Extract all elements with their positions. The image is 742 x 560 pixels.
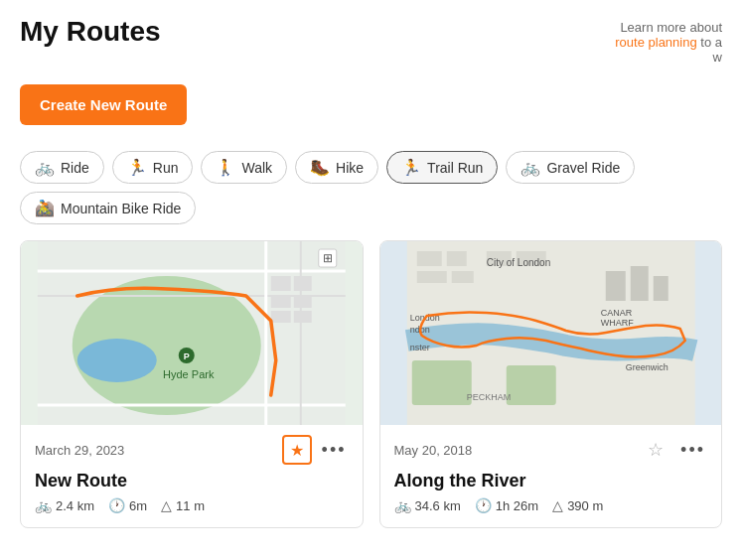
svg-rect-31 — [506, 365, 555, 405]
bike-icon-2: 🚲 — [394, 497, 411, 513]
route-stats-new-route: 🚲 2.4 km 🕐 6m △ 11 m — [35, 497, 349, 513]
tab-hike[interactable]: 🥾 Hike — [295, 151, 378, 184]
gravel-ride-icon: 🚲 — [520, 158, 540, 177]
tab-walk-label: Walk — [241, 160, 272, 176]
trail-run-icon: 🏃 — [401, 158, 421, 177]
tab-mountain-bike-ride[interactable]: 🚵 Mountain Bike Ride — [20, 192, 196, 224]
svg-rect-13 — [294, 311, 312, 323]
duration-value-new-route: 6m — [129, 498, 147, 513]
tab-run-label: Run — [153, 160, 179, 176]
svg-text:PECKHAM: PECKHAM — [466, 392, 511, 402]
tab-hike-label: Hike — [336, 160, 364, 176]
route-meta-row: March 29, 2023 ★ ••• — [35, 435, 349, 465]
page-title: My Routes — [20, 16, 161, 48]
svg-rect-28 — [630, 266, 648, 301]
svg-point-2 — [77, 339, 157, 382]
svg-rect-21 — [416, 251, 441, 266]
elevation-icon: △ — [161, 497, 172, 513]
star-button-along-the-river[interactable]: ☆ — [641, 435, 670, 465]
stat-distance-along-the-river: 🚲 34.6 km — [394, 497, 461, 513]
filter-tabs: 🚲 Ride 🏃 Run 🚶 Walk 🥾 Hike 🏃 Trail Run 🚲… — [0, 141, 742, 240]
svg-rect-24 — [451, 271, 473, 283]
tab-ride[interactable]: 🚲 Ride — [20, 151, 104, 184]
star-button-new-route[interactable]: ★ — [282, 435, 312, 465]
clock-icon-2: 🕐 — [475, 497, 492, 513]
routes-grid: P Hyde Park ⊞ March 29, 2023 ★ ••• New R… — [0, 240, 742, 548]
svg-rect-23 — [416, 271, 446, 283]
route-info-along-the-river: May 20, 2018 ☆ ••• Along the River 🚲 34.… — [380, 425, 722, 527]
svg-text:nster: nster — [409, 343, 429, 352]
route-name-along-the-river: Along the River — [394, 471, 708, 491]
svg-rect-30 — [411, 360, 471, 405]
svg-rect-27 — [605, 271, 625, 301]
create-new-route-button[interactable]: Create New Route — [20, 84, 187, 125]
learn-more-suffix: to a w — [700, 35, 722, 65]
mountain-bike-icon: 🚵 — [35, 199, 55, 217]
bike-icon: 🚲 — [35, 497, 52, 513]
svg-rect-22 — [446, 251, 466, 266]
tab-mountain-bike-ride-label: Mountain Bike Ride — [61, 201, 181, 216]
tab-gravel-ride[interactable]: 🚲 Gravel Ride — [506, 151, 635, 184]
tab-trail-run-label: Trail Run — [427, 160, 483, 176]
route-info-new-route: March 29, 2023 ★ ••• New Route 🚲 2.4 km … — [21, 425, 363, 527]
svg-text:CANAR: CANAR — [600, 308, 632, 318]
tab-run[interactable]: 🏃 Run — [112, 151, 194, 184]
route-card-along-the-river: City of London London ndon nster CANAR W… — [379, 240, 723, 528]
stat-elevation-new-route: △ 11 m — [161, 497, 205, 513]
hike-icon: 🥾 — [310, 158, 330, 177]
more-menu-new-route[interactable]: ••• — [320, 440, 349, 461]
svg-rect-8 — [271, 276, 291, 291]
stat-distance-new-route: 🚲 2.4 km — [35, 497, 94, 513]
tab-trail-run[interactable]: 🏃 Trail Run — [386, 151, 498, 184]
route-map-london: City of London London ndon nster CANAR W… — [380, 241, 722, 425]
svg-text:⊞: ⊞ — [323, 251, 333, 265]
more-menu-along-the-river[interactable]: ••• — [678, 440, 707, 461]
header-left: My Routes — [20, 16, 161, 48]
page-header: My Routes Learn more about route plannin… — [0, 0, 742, 74]
route-date-new-route: March 29, 2023 — [35, 443, 124, 458]
distance-value-new-route: 2.4 km — [56, 498, 94, 513]
tab-ride-label: Ride — [61, 160, 89, 176]
stat-duration-new-route: 🕐 6m — [108, 497, 147, 513]
stat-duration-along-the-river: 🕐 1h 26m — [475, 497, 538, 513]
route-actions-along-the-river: ☆ ••• — [641, 435, 707, 465]
svg-text:Hyde Park: Hyde Park — [163, 368, 215, 380]
svg-rect-12 — [271, 311, 291, 323]
route-date-along-the-river: May 20, 2018 — [394, 443, 473, 458]
tab-walk[interactable]: 🚶 Walk — [201, 151, 287, 184]
route-planning-link[interactable]: route planning — [615, 35, 696, 50]
stat-elevation-along-the-river: △ 390 m — [552, 497, 603, 513]
elevation-value-new-route: 11 m — [176, 498, 205, 513]
svg-rect-9 — [294, 276, 312, 291]
distance-value-along-the-river: 34.6 km — [415, 498, 461, 513]
duration-value-along-the-river: 1h 26m — [496, 498, 538, 513]
ride-icon: 🚲 — [35, 158, 55, 177]
svg-text:Greenwich: Greenwich — [625, 362, 668, 372]
svg-text:City of London: City of London — [486, 257, 550, 268]
route-meta-row-2: May 20, 2018 ☆ ••• — [394, 435, 708, 465]
route-map-hyde: P Hyde Park ⊞ — [21, 241, 363, 425]
run-icon: 🏃 — [127, 158, 147, 177]
route-actions-new-route: ★ ••• — [282, 435, 349, 465]
svg-text:WHARF: WHARF — [600, 318, 633, 328]
svg-text:P: P — [184, 351, 190, 361]
elevation-value-along-the-river: 390 m — [567, 498, 603, 513]
svg-rect-29 — [653, 276, 668, 301]
create-btn-area: Create New Route — [0, 74, 742, 141]
route-card-new-route: P Hyde Park ⊞ March 29, 2023 ★ ••• New R… — [20, 240, 364, 528]
svg-rect-11 — [294, 296, 312, 308]
route-name-new-route: New Route — [35, 471, 349, 491]
svg-rect-10 — [271, 296, 291, 308]
elevation-icon-2: △ — [552, 497, 563, 513]
tab-gravel-ride-label: Gravel Ride — [546, 160, 620, 176]
walk-icon: 🚶 — [216, 158, 235, 177]
route-stats-along-the-river: 🚲 34.6 km 🕐 1h 26m △ 390 m — [394, 497, 708, 513]
learn-more-text: Learn more about — [620, 20, 722, 35]
header-right: Learn more about route planning to a w — [603, 16, 722, 65]
clock-icon: 🕐 — [108, 497, 125, 513]
